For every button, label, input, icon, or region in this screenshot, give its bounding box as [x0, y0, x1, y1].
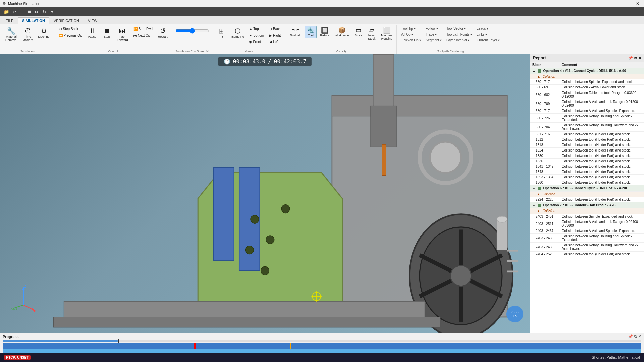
follow-button[interactable]: Follow ▾ — [424, 26, 443, 31]
trace-button[interactable]: Trace ▾ — [424, 32, 443, 37]
workpiece-vis-button[interactable]: 📦 Workpiece — [333, 26, 351, 38]
front-view-button[interactable]: ◉ Front — [247, 39, 266, 45]
current-layer-button[interactable]: Current Layer ▾ — [475, 38, 501, 43]
collapse-icon[interactable]: ▲ — [532, 69, 536, 73]
progress-pin-button[interactable]: 📌 — [628, 334, 633, 339]
stop-button[interactable]: ⏹ Stop — [100, 26, 114, 40]
tab-verification[interactable]: VERIFICATION — [49, 17, 84, 24]
back-view-button[interactable]: ⊙ Back — [267, 26, 283, 32]
flag-cell — [555, 132, 559, 137]
qa-stop[interactable]: ⏹ — [26, 9, 33, 15]
toolpath-points-button[interactable]: Toolpath Points ▾ — [445, 32, 474, 37]
qa-menu[interactable]: ▾ — [50, 9, 54, 15]
collapse-icon[interactable]: ▲ — [537, 192, 540, 196]
all-op-button[interactable]: All Op ▾ — [399, 32, 423, 37]
toolpath-vis-button[interactable]: 〰 Toolpath — [288, 26, 303, 38]
report-collision-header-row: ▲ Collision — [530, 191, 644, 197]
tab-view[interactable]: VIEW — [84, 17, 102, 24]
timer-separator: / — [268, 58, 271, 65]
top-view-button[interactable]: ▲ Top — [247, 26, 266, 32]
visibility-group-content: 〰 Toolpath 🔩 Tool 🔲 Fixture 📦 Workpiece … — [288, 26, 394, 50]
progress-close-button[interactable]: ✕ — [638, 334, 641, 339]
report-data-row: 1348 Collision between tool (Holder Part… — [530, 169, 644, 175]
tool-vector-button[interactable]: Tool Vector ▾ — [445, 26, 474, 31]
collapse-icon[interactable]: ▲ — [532, 186, 536, 190]
titlebar-right[interactable]: ─ □ ✕ — [615, 1, 641, 6]
collision-label: Collision — [543, 192, 555, 196]
path-label: Shortest Paths: Mathematical — [592, 355, 640, 359]
tool-vis-button[interactable]: 🔩 Tool — [305, 26, 317, 38]
material-removal-button[interactable]: 🔧 MaterialRemoval — [3, 26, 19, 43]
comment-cell: Collision between tool (Holder Part) and… — [559, 169, 644, 175]
qa-pause[interactable]: ⏸ — [18, 9, 25, 15]
qa-forward[interactable]: ⏭ — [34, 9, 40, 15]
progress-timeline[interactable] — [3, 340, 641, 342]
workpiece-vis-icon: 📦 — [338, 27, 345, 33]
minimize-button[interactable]: ─ — [615, 1, 622, 6]
svg-rect-12 — [213, 168, 234, 260]
qa-open[interactable]: 📁 — [3, 9, 10, 15]
tab-simulation[interactable]: SIMULATION — [18, 17, 49, 24]
flag-cell — [555, 234, 559, 243]
visibility-group-label: Visibility — [336, 50, 346, 54]
speed-slider[interactable] — [175, 28, 209, 34]
col-icon — [555, 62, 559, 68]
flag-cell — [555, 219, 559, 228]
next-op-button[interactable]: ⏭ Next Op — [131, 33, 155, 38]
segment-button[interactable]: Segment ▾ — [424, 38, 443, 43]
links-button[interactable]: Links ▾ — [475, 32, 501, 37]
views-col2: ⊙ Back ▶ Right ◀ Left — [267, 26, 283, 45]
stock-vis-button[interactable]: ▭ Stock — [352, 26, 364, 38]
machine-button[interactable]: ⚙ Machine — [36, 26, 52, 40]
report-pin-button[interactable]: 📌 — [628, 56, 633, 60]
qa-refresh[interactable]: ↻ — [42, 9, 47, 15]
isometric-button[interactable]: ⬡ Isometric — [229, 26, 246, 40]
thicken-op-button[interactable]: Thicken Op ▾ — [399, 38, 423, 43]
layer-interval-button[interactable]: Layer Interval ▾ — [445, 38, 474, 43]
svg-rect-28 — [507, 250, 518, 252]
bottom-view-button[interactable]: ▼ Bottom — [247, 33, 266, 38]
tr-col4: Leads ▾ Links ▾ Current Layer ▾ — [475, 26, 501, 43]
close-button[interactable]: ✕ — [634, 1, 641, 6]
collapse-icon[interactable]: ▲ — [532, 203, 536, 207]
fit-button[interactable]: ⊞ Fit — [215, 26, 228, 40]
progress-track[interactable] — [3, 343, 641, 349]
tab-file[interactable]: FILE — [1, 17, 18, 24]
fast-forward-button[interactable]: ⏭ FastForward — [115, 26, 130, 43]
previous-op-button[interactable]: ⏪ Previous Op — [57, 33, 84, 38]
collapse-icon[interactable]: ▲ — [537, 209, 540, 213]
fixture-vis-button[interactable]: 🔲 Fixture — [318, 26, 331, 38]
block-cell: 680 - 726 — [530, 114, 555, 123]
viewport[interactable]: 🕐 00:08:43.0 / 00:42:03.7 — [0, 54, 530, 333]
block-cell: 680 - 682 — [530, 90, 555, 99]
pause-button[interactable]: ⏸ Pause — [86, 26, 99, 40]
progress-controls: 📌 ⧉ ✕ — [628, 334, 641, 339]
material-removal-icon: 🔧 — [7, 27, 15, 34]
progress-pop-button[interactable]: ⧉ — [634, 334, 637, 339]
step-fwd-button[interactable]: ⏩ Step Fwd — [131, 26, 155, 32]
time-mode-button[interactable]: ⏱ TimeMode ▾ — [21, 26, 35, 43]
left-view-button[interactable]: ◀ Left — [267, 39, 283, 45]
time-mode-icon: ⏱ — [24, 27, 31, 34]
control-group: ⏮ Step Back ⏪ Previous Op ⏸ Pause ⏹ Stop… — [55, 25, 172, 54]
block-cell: 680 - 704 — [530, 123, 555, 132]
qa-undo[interactable]: ↩ — [11, 9, 17, 15]
collapse-icon[interactable]: ▲ — [537, 75, 540, 78]
report-close-button[interactable]: ✕ — [638, 56, 641, 60]
report-pop-button[interactable]: ⧉ — [634, 56, 637, 60]
report-operation-row: ▲ Operation 4 : #11 - Canned Cycle - DRI… — [530, 68, 644, 74]
machine-housing-vis-button[interactable]: ⬜ MachineHousing — [379, 26, 394, 41]
step-back-button[interactable]: ⏮ Step Back — [57, 26, 84, 32]
initial-stock-vis-button[interactable]: ▱ InitialStock — [366, 26, 378, 41]
ribbon-tabs: FILE SIMULATION VERIFICATION VIEW — [0, 16, 644, 24]
restart-button[interactable]: ↺ Restart — [156, 26, 170, 40]
block-cell: 2404 - 2520 — [530, 252, 555, 257]
maximize-button[interactable]: □ — [625, 1, 631, 6]
progress-title: Progress — [3, 335, 19, 339]
comment-cell: Collision between tool (Holder Part) and… — [559, 132, 644, 137]
flag-cell — [555, 228, 559, 234]
leads-button[interactable]: Leads ▾ — [475, 26, 501, 31]
collision-label: Collision — [543, 209, 555, 213]
right-view-button[interactable]: ▶ Right — [267, 33, 283, 38]
tool-tip-button[interactable]: Tool Tip ▾ — [399, 26, 423, 31]
